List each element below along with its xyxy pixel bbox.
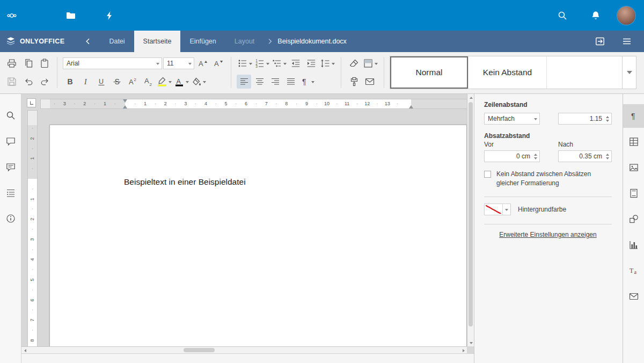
right-indent-marker[interactable] <box>409 103 413 108</box>
line-spacing-button[interactable] <box>319 56 335 70</box>
subscript-button[interactable]: A2 <box>141 75 155 89</box>
document-viewport[interactable]: Beispieltext in einer Beispieldatei <box>40 110 467 346</box>
onlyoffice-brand[interactable]: ONLYOFFICE <box>0 31 72 52</box>
line-spacing-value-spinner[interactable]: 1.15 <box>558 113 612 125</box>
scroll-down-button[interactable] <box>467 339 474 346</box>
decrease-font-button[interactable]: A <box>211 56 225 70</box>
font-name-select[interactable]: Arial <box>63 57 162 69</box>
font-color-button[interactable]: A <box>173 75 189 89</box>
notifications-button[interactable] <box>584 4 608 27</box>
copy-button[interactable] <box>21 56 36 70</box>
nextcloud-logo[interactable] <box>6 10 31 21</box>
spinner-down-icon[interactable] <box>606 157 609 161</box>
feedback-button[interactable] <box>0 155 21 179</box>
bullets-button[interactable] <box>237 56 253 70</box>
search-button[interactable] <box>551 4 574 27</box>
mailmerge-settings-button[interactable] <box>623 285 644 308</box>
scroll-up-button[interactable] <box>467 94 474 101</box>
numbering-button[interactable]: 123 <box>254 56 270 70</box>
spinner-up-icon[interactable] <box>606 152 609 156</box>
superscript-button[interactable]: A2 <box>125 75 140 89</box>
copy-style-button[interactable] <box>347 75 361 89</box>
horizontal-scrollbar[interactable] <box>21 346 467 353</box>
tab-startseite[interactable]: Startseite <box>134 31 181 52</box>
undo-button[interactable] <box>21 75 36 89</box>
navigation-button[interactable] <box>0 181 21 205</box>
tab-einf-gen[interactable]: Einfügen <box>180 31 225 52</box>
increase-indent-button[interactable] <box>304 56 318 70</box>
paragraph-settings-button[interactable]: ¶ <box>623 104 644 128</box>
align-right-button[interactable] <box>268 75 282 89</box>
styles-gallery-expand-button[interactable] <box>622 56 636 89</box>
folder-icon <box>65 10 76 21</box>
vertical-ruler[interactable]: 1212345678··········· <box>27 110 38 346</box>
bold-button[interactable]: B <box>63 75 77 89</box>
tab-stop-selector[interactable] <box>27 98 36 107</box>
mail-merge-button[interactable] <box>362 75 377 89</box>
ruler-dot: · <box>397 100 398 107</box>
spinner-up-icon[interactable] <box>606 114 609 118</box>
spinner-up-icon[interactable] <box>534 152 537 156</box>
tab-layout[interactable]: Layout <box>225 31 264 52</box>
table-settings-button[interactable] <box>623 130 644 154</box>
italic-button[interactable]: I <box>78 75 93 89</box>
document-text[interactable]: Beispieltext in einer Beispieldatei <box>124 177 246 187</box>
tab-datei[interactable]: Datei <box>100 31 134 52</box>
image-settings-button[interactable] <box>623 156 644 179</box>
multilevel-list-button[interactable] <box>271 56 287 70</box>
save-button[interactable] <box>4 75 19 89</box>
spinner-down-icon[interactable] <box>534 157 537 161</box>
horizontal-scroll-thumb[interactable] <box>184 348 215 352</box>
line-spacing-type-select[interactable]: Mehrfach <box>484 113 540 125</box>
external-app-button[interactable] <box>98 4 121 27</box>
horizontal-ruler[interactable]: 12312345678910111213·················· <box>40 99 467 109</box>
no-spacing-between-paragraphs-checkbox[interactable] <box>484 171 491 178</box>
textart-settings-button[interactable]: Ta <box>623 259 644 282</box>
highlight-color-button[interactable] <box>156 75 172 89</box>
background-color-picker[interactable] <box>484 204 511 215</box>
ruler-number: 4 <box>29 255 36 264</box>
strikethrough-button[interactable]: S <box>109 75 124 89</box>
vertical-scroll-thumb[interactable] <box>469 102 473 326</box>
shape-settings-button[interactable] <box>623 207 644 231</box>
justify-icon <box>286 76 296 87</box>
advanced-settings-link[interactable]: Erweiterte Einstellungen anzeigen <box>484 231 612 238</box>
spacing-before-spinner[interactable]: 0 cm <box>484 150 540 162</box>
editor-menu-bar: ONLYOFFICE DateiStartseiteEinfügenLayout… <box>0 31 644 52</box>
ruler-dot: · <box>54 100 55 107</box>
paste-button[interactable] <box>37 56 52 70</box>
shading-color-button[interactable] <box>191 75 207 89</box>
spacing-after-spinner[interactable]: 0.35 cm <box>558 150 612 162</box>
align-left-button[interactable] <box>237 75 251 89</box>
ruler-dot: · <box>29 285 36 294</box>
left-indent-marker[interactable] <box>123 103 127 108</box>
style-normal[interactable]: Normal <box>390 56 469 89</box>
underline-button[interactable]: U <box>94 75 108 89</box>
header-footer-settings-button[interactable] <box>623 182 644 205</box>
user-avatar[interactable] <box>617 6 635 25</box>
increase-font-button[interactable]: A <box>195 56 210 70</box>
comments-button[interactable] <box>0 129 21 153</box>
menu-button[interactable] <box>619 34 634 49</box>
justify-button[interactable] <box>283 75 298 89</box>
spinner-down-icon[interactable] <box>606 120 609 124</box>
chart-settings-button[interactable] <box>623 233 644 257</box>
table-shading-button[interactable] <box>362 56 378 70</box>
files-app-button[interactable] <box>59 4 83 27</box>
show-paragraph-marks-button[interactable]: ¶ <box>299 75 315 89</box>
print-button[interactable] <box>4 56 19 70</box>
redo-button[interactable] <box>37 75 52 89</box>
document-page[interactable]: Beispieltext in einer Beispieldatei <box>49 125 467 346</box>
style-kein-abstand[interactable]: Kein Abstand <box>469 56 547 89</box>
decrease-indent-button[interactable] <box>288 56 303 70</box>
ruler-number: 1 <box>104 100 106 107</box>
ruler-number: 13 <box>385 100 390 107</box>
clear-style-button[interactable] <box>347 56 361 70</box>
vertical-scrollbar[interactable] <box>467 94 474 346</box>
align-center-button[interactable] <box>252 75 267 89</box>
back-button[interactable] <box>72 31 100 52</box>
about-button[interactable] <box>0 207 21 230</box>
open-file-location-button[interactable] <box>592 34 608 49</box>
font-size-select[interactable]: 11 <box>163 57 194 69</box>
search-button[interactable] <box>0 104 21 127</box>
